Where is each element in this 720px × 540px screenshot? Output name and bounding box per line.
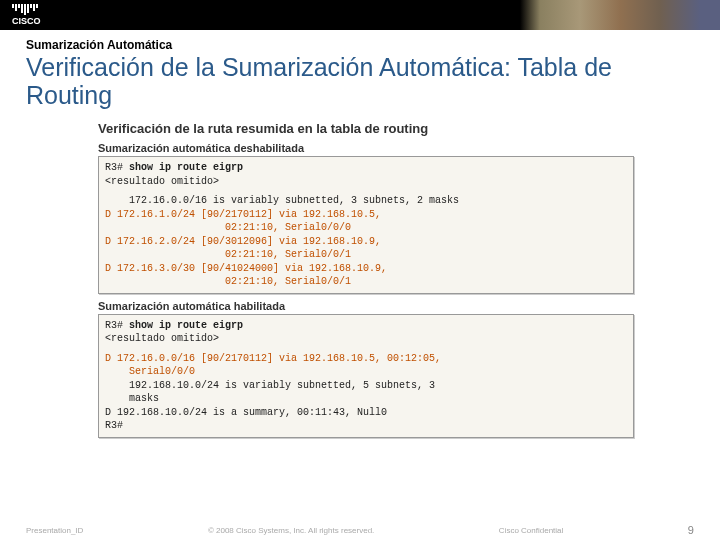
command: show ip route eigrp xyxy=(129,320,243,331)
omitted-note: <resultado omitido> xyxy=(105,332,627,346)
header-bar: CISCO xyxy=(0,0,720,30)
prompt-end: R3# xyxy=(105,419,627,433)
omitted-note: <resultado omitido> xyxy=(105,175,627,189)
section-heading: Verificación de la ruta resumida en la t… xyxy=(98,121,694,136)
kicker-text: Sumarización Automática xyxy=(26,38,694,52)
route-2a: D 172.16.2.0/24 [90/3012096] via 192.168… xyxy=(105,236,381,247)
terminal-output-1: R3# show ip route eigrp <resultado omiti… xyxy=(98,156,634,294)
route-b1b: Serial0/0/0 xyxy=(129,366,195,377)
route-b3: D 192.168.10.0/24 is a summary, 00:11:43… xyxy=(105,406,627,420)
route-3b: 02:21:10, Serial0/0/1 xyxy=(225,276,351,287)
command: show ip route eigrp xyxy=(129,162,243,173)
footer-left: Presentation_ID xyxy=(26,526,83,535)
route-1b: 02:21:10, Serial0/0/0 xyxy=(225,222,351,233)
footer-right: Cisco Confidential xyxy=(499,526,563,535)
slide-title: Verificación de la Sumarización Automáti… xyxy=(26,54,694,109)
route-b1a: D 172.16.0.0/16 [90/2170112] via 192.168… xyxy=(105,353,441,364)
route-b2b: masks xyxy=(129,392,627,406)
route-b2a: 192.168.10.0/24 is variably subnetted, 5… xyxy=(129,379,627,393)
route-header: 172.16.0.0/16 is variably subnetted, 3 s… xyxy=(129,194,627,208)
route-3a: D 172.16.3.0/30 [90/41024000] via 192.16… xyxy=(105,263,387,274)
slide-footer: Presentation_ID © 2008 Cisco Systems, In… xyxy=(0,524,720,536)
prompt: R3# xyxy=(105,162,123,173)
cisco-logo: CISCO xyxy=(12,4,41,26)
route-1a: D 172.16.1.0/24 [90/2170112] via 192.168… xyxy=(105,209,381,220)
footer-center: © 2008 Cisco Systems, Inc. All rights re… xyxy=(208,526,374,535)
route-2b: 02:21:10, Serial0/0/1 xyxy=(225,249,351,260)
block2-label: Sumarización automática habilitada xyxy=(98,300,694,312)
logo-text: CISCO xyxy=(12,17,41,26)
header-photo-strip xyxy=(520,0,720,30)
prompt: R3# xyxy=(105,320,123,331)
terminal-output-2: R3# show ip route eigrp <resultado omiti… xyxy=(98,314,634,438)
page-number: 9 xyxy=(688,524,694,536)
logo-bars-icon xyxy=(12,4,41,15)
block1-label: Sumarización automática deshabilitada xyxy=(98,142,694,154)
slide-content: Sumarización Automática Verificación de … xyxy=(0,30,720,438)
